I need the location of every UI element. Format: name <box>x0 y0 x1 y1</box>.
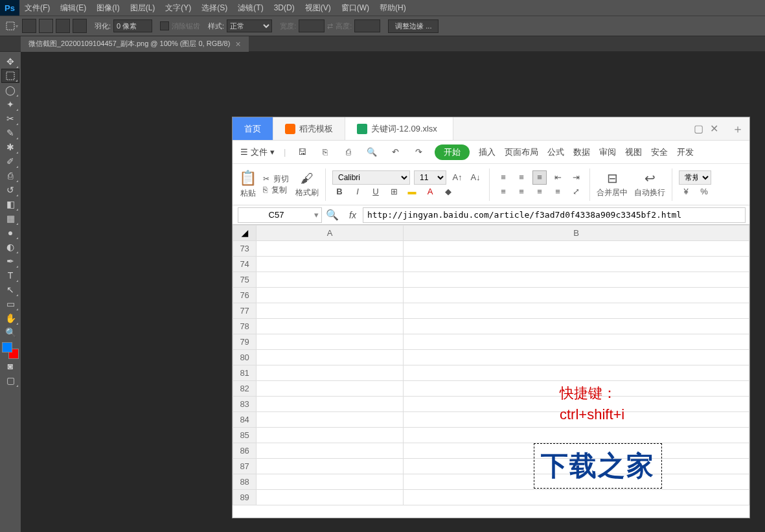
align-top-icon[interactable]: ≡ <box>496 170 510 185</box>
font-color-icon[interactable]: A <box>423 185 437 199</box>
menu-filter[interactable]: 滤镜(T) <box>233 3 268 14</box>
cell-reference-box[interactable]: C57 ▾ <box>238 207 322 223</box>
align-right-icon[interactable]: ≡ <box>532 185 547 199</box>
cell[interactable] <box>257 397 404 412</box>
gradient-tool[interactable]: ▦ <box>1 211 19 226</box>
menu-layer[interactable]: 图层(L) <box>125 3 161 14</box>
wps-tab-home[interactable]: 首页 <box>233 117 273 140</box>
menu-window[interactable]: 窗口(W) <box>336 3 374 14</box>
font-shrink-icon[interactable]: A↓ <box>468 170 483 185</box>
font-name-select[interactable]: Calibri <box>332 170 410 185</box>
menu-select[interactable]: 选择(S) <box>196 3 233 14</box>
quickmask-tool[interactable]: ◙ <box>1 359 19 373</box>
row-header[interactable]: 74 <box>233 257 257 272</box>
highlight-icon[interactable]: ◆ <box>441 185 455 199</box>
search-fx-icon[interactable]: 🔍 <box>326 209 339 221</box>
ribbon-tab-layout[interactable]: 页面布局 <box>505 146 538 158</box>
ribbon-tab-start[interactable]: 开始 <box>435 145 470 160</box>
row-header[interactable]: 86 <box>233 443 257 459</box>
align-center-icon[interactable]: ≡ <box>514 185 529 199</box>
ribbon-tab-dev[interactable]: 开发 <box>677 146 694 158</box>
ribbon-tab-data[interactable]: 数据 <box>573 146 590 158</box>
close-icon[interactable]: × <box>235 39 240 49</box>
cell[interactable] <box>403 319 749 334</box>
align-mid-icon[interactable]: ≡ <box>514 170 529 185</box>
brush-tool[interactable]: ✐ <box>1 154 19 168</box>
color-swatch[interactable] <box>2 342 19 359</box>
orient-icon[interactable]: ⤢ <box>569 185 583 199</box>
row-header[interactable]: 87 <box>233 459 257 474</box>
cell[interactable] <box>257 490 404 505</box>
pen-tool[interactable]: ✒ <box>1 254 19 268</box>
cell[interactable] <box>403 334 749 350</box>
align-bottom-icon[interactable]: ≡ <box>532 170 547 185</box>
indent-inc-icon[interactable]: ⇥ <box>569 170 583 185</box>
marquee-tool[interactable] <box>1 69 19 83</box>
print-icon[interactable]: ⎙ <box>341 145 356 159</box>
crop-tool[interactable]: ✂ <box>1 111 19 126</box>
col-header-b[interactable]: B <box>403 226 749 241</box>
preview-icon[interactable]: 🔍 <box>365 145 379 159</box>
merge-icon[interactable]: ⊟ <box>607 170 618 186</box>
row-header[interactable]: 89 <box>233 490 257 505</box>
path-tool[interactable]: ↖ <box>1 283 19 297</box>
save-icon[interactable]: 🖫 <box>295 145 309 159</box>
wrap-icon[interactable]: ↩ <box>645 170 656 186</box>
cell[interactable] <box>257 350 404 365</box>
chevron-down-icon[interactable]: ▾ <box>314 210 321 220</box>
row-header[interactable]: 75 <box>233 272 257 288</box>
row-header[interactable]: 73 <box>233 241 257 257</box>
ribbon-tab-safe[interactable]: 安全 <box>651 146 668 158</box>
wps-tab-template[interactable]: 稻壳模板 <box>273 117 345 140</box>
cut-icon[interactable]: ✂ <box>263 174 269 183</box>
ribbon-tab-view[interactable]: 视图 <box>625 146 642 158</box>
menu-file[interactable]: 文件(F) <box>19 3 55 14</box>
wps-grid[interactable]: ◢ A B 7374757677787980818283848586878889 <box>233 225 749 505</box>
cell[interactable] <box>257 474 404 490</box>
align-justify-icon[interactable]: ≡ <box>551 185 565 199</box>
zoom-tool[interactable]: 🔍 <box>1 325 19 340</box>
cell[interactable] <box>257 319 404 334</box>
saveas-icon[interactable]: ⎘ <box>318 145 332 159</box>
cell[interactable] <box>403 428 749 443</box>
cell[interactable] <box>403 241 749 257</box>
selection-new-icon[interactable] <box>22 19 36 33</box>
formula-input[interactable] <box>363 207 746 223</box>
border-icon[interactable]: ⊞ <box>387 185 401 199</box>
eraser-tool[interactable]: ◧ <box>1 197 19 211</box>
close-doc-icon[interactable]: ✕ <box>710 122 718 135</box>
number-format-select[interactable]: 常规 <box>679 170 711 185</box>
cell[interactable] <box>403 272 749 288</box>
row-header[interactable]: 81 <box>233 365 257 381</box>
cell[interactable] <box>403 257 749 272</box>
cell[interactable] <box>257 412 404 428</box>
indent-dec-icon[interactable]: ⇤ <box>551 170 565 185</box>
hand-tool[interactable]: ✋ <box>1 311 19 325</box>
menu-help[interactable]: 帮助(H) <box>374 3 411 14</box>
cell[interactable] <box>257 459 404 474</box>
copy-icon[interactable]: ⎘ <box>263 185 268 194</box>
row-header[interactable]: 77 <box>233 303 257 319</box>
adjust-edge-button[interactable]: 调整边缘 ... <box>388 19 439 33</box>
selection-sub-icon[interactable] <box>56 19 70 33</box>
underline-icon[interactable]: U <box>369 185 383 199</box>
menu-image[interactable]: 图像(I) <box>91 3 124 14</box>
row-header[interactable]: 78 <box>233 319 257 334</box>
cell[interactable] <box>403 303 749 319</box>
menu-view[interactable]: 视图(V) <box>300 3 336 14</box>
row-header[interactable]: 85 <box>233 428 257 443</box>
wand-tool[interactable]: ✦ <box>1 97 19 111</box>
align-left-icon[interactable]: ≡ <box>496 185 510 199</box>
fill-icon[interactable]: ▬ <box>405 185 419 199</box>
cell[interactable] <box>403 350 749 365</box>
healing-tool[interactable]: ✱ <box>1 140 19 154</box>
move-tool[interactable]: ✥ <box>1 54 19 69</box>
cell[interactable] <box>257 303 404 319</box>
eyedropper-tool[interactable]: ✎ <box>1 126 19 140</box>
ribbon-tab-review[interactable]: 审阅 <box>599 146 616 158</box>
font-grow-icon[interactable]: A↑ <box>450 170 464 185</box>
cell[interactable] <box>257 428 404 443</box>
cell[interactable] <box>403 288 749 303</box>
feather-input[interactable] <box>113 19 152 32</box>
history-brush-tool[interactable]: ↺ <box>1 183 19 197</box>
